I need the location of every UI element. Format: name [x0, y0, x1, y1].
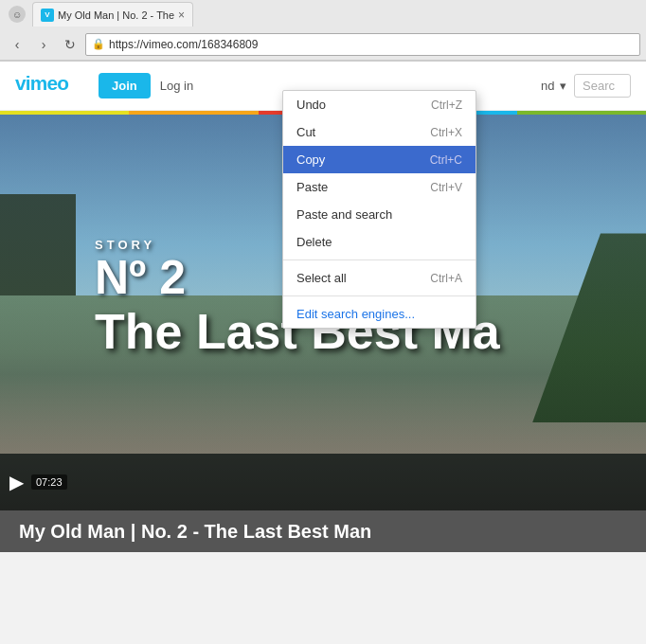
tab-title: My Old Man | No. 2 - The — [58, 9, 174, 21]
browser-tab[interactable]: V My Old Man | No. 2 - The × — [32, 2, 193, 27]
context-menu-copy[interactable]: Copy Ctrl+C — [283, 146, 476, 173]
tab-close-button[interactable]: × — [178, 9, 185, 22]
context-menu-divider — [283, 259, 476, 260]
address-input[interactable] — [109, 38, 634, 51]
context-menu-undo-shortcut: Ctrl+Z — [431, 98, 462, 112]
login-link[interactable]: Log in — [160, 79, 193, 93]
context-menu-cut-shortcut: Ctrl+X — [430, 126, 462, 139]
context-menu-cut-label: Cut — [296, 125, 315, 139]
context-menu-divider-2 — [283, 295, 476, 296]
context-menu-paste-search[interactable]: Paste and search — [283, 201, 476, 228]
context-menu-edit-engines[interactable]: Edit search engines... — [283, 300, 476, 328]
browser-logo-icon: ☺ — [8, 5, 27, 24]
nav-partial-text: nd ▾ — [541, 79, 566, 93]
search-box[interactable]: Searc — [574, 74, 631, 98]
forward-button[interactable]: › — [32, 33, 55, 56]
context-menu-delete-label: Delete — [296, 235, 332, 249]
context-menu: Undo Ctrl+Z Cut Ctrl+X Copy Ctrl+C Paste… — [282, 90, 476, 329]
time-display: 07:23 — [31, 474, 67, 490]
context-menu-paste-search-label: Paste and search — [296, 207, 392, 222]
context-menu-select-all[interactable]: Select all Ctrl+A — [283, 264, 476, 292]
nav-bar: ‹ › ↻ 🔒 — [0, 28, 646, 61]
context-menu-edit-engines-label: Edit search engines... — [296, 307, 415, 321]
vimeo-logo-svg: vimeo — [15, 69, 83, 96]
address-bar-container[interactable]: 🔒 — [85, 33, 640, 56]
context-menu-undo-label: Undo — [296, 98, 326, 112]
context-menu-undo[interactable]: Undo Ctrl+Z — [283, 91, 476, 118]
svg-text:☺: ☺ — [12, 9, 22, 20]
video-page-title: My Old Man | No. 2 - The Last Best Man — [19, 521, 371, 543]
join-button[interactable]: Join — [99, 73, 151, 98]
tab-favicon: V — [41, 9, 54, 22]
context-menu-copy-label: Copy — [296, 152, 325, 167]
context-menu-select-all-shortcut: Ctrl+A — [430, 272, 462, 285]
context-menu-select-all-label: Select all — [296, 271, 347, 285]
context-menu-cut[interactable]: Cut Ctrl+X — [283, 118, 476, 146]
svg-text:vimeo: vimeo — [15, 72, 68, 94]
reload-button[interactable]: ↻ — [59, 33, 81, 56]
context-menu-paste-shortcut: Ctrl+V — [430, 181, 462, 194]
lock-icon: 🔒 — [92, 38, 105, 50]
context-menu-paste[interactable]: Paste Ctrl+V — [283, 173, 476, 201]
context-menu-paste-label: Paste — [296, 180, 328, 194]
context-menu-copy-shortcut: Ctrl+C — [430, 153, 462, 167]
vimeo-logo: vimeo — [15, 69, 83, 102]
video-title-bar: My Old Man | No. 2 - The Last Best Man — [0, 510, 646, 552]
back-button[interactable]: ‹ — [6, 33, 28, 56]
play-button[interactable]: ▶ — [9, 471, 24, 493]
title-bar: ☺ V My Old Man | No. 2 - The × — [0, 0, 646, 28]
context-menu-delete[interactable]: Delete — [283, 228, 476, 256]
video-controls: ▶ 07:23 — [0, 454, 646, 510]
browser-chrome: ☺ V My Old Man | No. 2 - The × ‹ › ↻ 🔒 — [0, 0, 646, 62]
